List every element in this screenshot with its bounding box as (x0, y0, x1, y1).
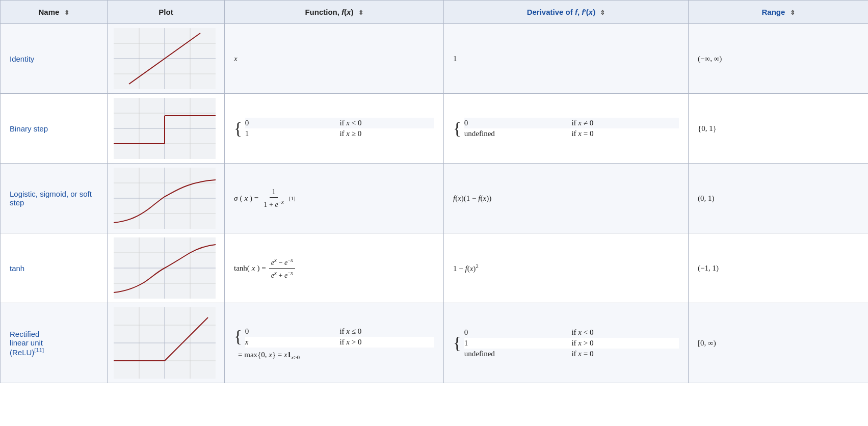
name-logistic: Logistic, sigmoid, or soft step (1, 164, 108, 233)
plot-relu (108, 303, 225, 383)
deriv-tanh: 1 − f(x)2 (444, 233, 689, 303)
range-tanh: (−1, 1) (689, 233, 869, 303)
plot-binary-step-svg (114, 98, 216, 159)
name-identity: Identity (1, 24, 108, 94)
range-identity: (−∞, ∞) (689, 24, 869, 94)
row-identity: Identity (1, 24, 869, 94)
range-relu: [0, ∞) (689, 303, 869, 383)
header-plot: Plot (108, 1, 225, 24)
deriv-binary-step: { 0 if x ≠ 0 undefined if x = 0 (444, 94, 689, 164)
deriv-logistic: f(x)(1 − f(x)) (444, 164, 689, 233)
sort-icon-name[interactable]: ⇕ (64, 9, 69, 16)
sort-icon-func[interactable]: ⇕ (358, 9, 363, 16)
row-tanh: tanh (1, 233, 869, 303)
header-range[interactable]: Range ⇕ (689, 1, 869, 24)
deriv-identity: 1 (444, 24, 689, 94)
plot-identity-svg (114, 28, 216, 89)
plot-tanh-svg (114, 237, 216, 299)
range-logistic: (0, 1) (689, 164, 869, 233)
plot-relu-svg (114, 307, 216, 379)
plot-identity (108, 24, 225, 94)
header-name[interactable]: Name ⇕ (1, 1, 108, 24)
func-relu: { 0 if x ≤ 0 x if x > 0 (225, 303, 444, 383)
header-deriv-label: Derivative of f, f′(x) (527, 8, 596, 16)
header-name-label: Name (38, 8, 59, 16)
header-func-label: Function, f(x) (305, 8, 353, 16)
func-identity: x (225, 24, 444, 94)
activation-functions-table: Name ⇕ Plot Function, f(x) ⇕ Derivative … (0, 0, 868, 426)
row-logistic: Logistic, sigmoid, or soft step (1, 164, 869, 233)
name-relu: Rectifiedlinear unit(ReLU)[11] (1, 303, 108, 383)
row-relu: Rectifiedlinear unit(ReLU)[11] (1, 303, 869, 383)
plot-binary-step (108, 94, 225, 164)
plot-tanh (108, 233, 225, 303)
sort-icon-deriv[interactable]: ⇕ (600, 9, 605, 16)
name-tanh: tanh (1, 233, 108, 303)
header-range-label: Range (761, 8, 785, 16)
header-func[interactable]: Function, f(x) ⇕ (225, 1, 444, 24)
func-logistic: σ(x) = 1 1 + e−x [1] (225, 164, 444, 233)
func-tanh: tanh(x) = ex − e−x ex + e−x (225, 233, 444, 303)
deriv-relu: { 0 if x < 0 1 if x > 0 undefine (444, 303, 689, 383)
name-binary-step: Binary step (1, 94, 108, 164)
func-binary-step: { 0 if x < 0 1 if x ≥ 0 (225, 94, 444, 164)
row-binary-step: Binary step (1, 94, 869, 164)
header-plot-label: Plot (159, 8, 173, 16)
header-deriv[interactable]: Derivative of f, f′(x) ⇕ (444, 1, 689, 24)
range-binary-step: {0, 1} (689, 94, 869, 164)
plot-logistic (108, 164, 225, 233)
plot-logistic-svg (114, 168, 216, 229)
sort-icon-range[interactable]: ⇕ (790, 9, 795, 16)
